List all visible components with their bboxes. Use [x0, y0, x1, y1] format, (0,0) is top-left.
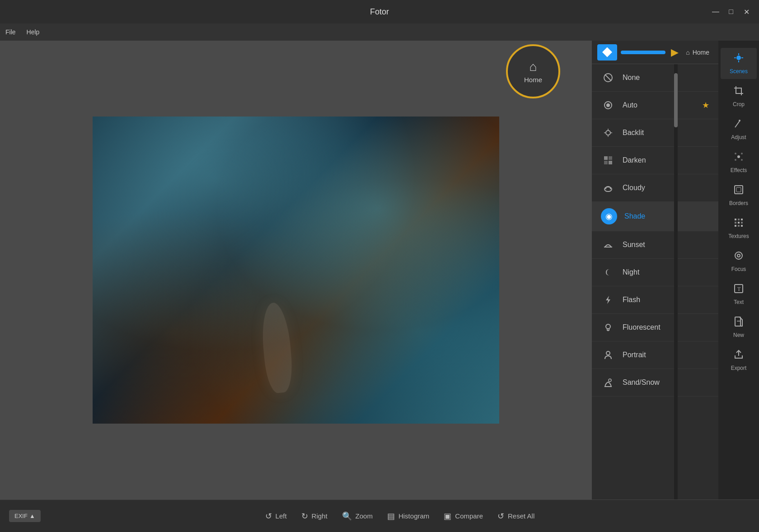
scene-item-cloudy[interactable]: Cloudy [592, 174, 718, 202]
home-overlay-icon: ⌂ [529, 60, 537, 74]
home-panel-label: Home [693, 49, 709, 56]
bottom-tool-icon-right: ↻ [301, 511, 308, 521]
tool-item-export[interactable]: Export [721, 345, 757, 376]
scene-item-none[interactable]: None [592, 64, 718, 92]
svg-rect-35 [736, 187, 741, 192]
tool-label-textures: Textures [728, 233, 749, 239]
tool-item-adjust[interactable]: Adjust [721, 114, 757, 145]
tool-icon-borders [733, 184, 744, 198]
home-overlay-button[interactable]: ⌂ Home [506, 44, 560, 98]
svg-rect-44 [741, 225, 743, 227]
tool-item-new[interactable]: New [721, 312, 757, 343]
bottom-tool-right[interactable]: ↻ Right [301, 511, 328, 521]
scene-item-sunset[interactable]: Sunset [592, 231, 718, 259]
scene-label-sunset: Sunset [623, 241, 645, 249]
svg-rect-42 [735, 225, 736, 227]
svg-point-28 [739, 120, 740, 121]
diamond-nav-button[interactable] [597, 44, 617, 61]
tool-icon-text: T [733, 283, 744, 297]
svg-rect-40 [738, 222, 740, 224]
scene-label-flash: Flash [623, 296, 640, 304]
right-panel: ⌂ Home ▶ ⌂ Home None Auto ★ B [592, 41, 718, 499]
minimize-button[interactable]: — [710, 6, 721, 17]
exif-arrow-icon: ▲ [29, 513, 35, 519]
scene-item-shade[interactable]: ◉ Shade [592, 202, 718, 231]
bottom-tool-icon-left: ↺ [265, 511, 272, 521]
tool-label-focus: Focus [731, 266, 746, 272]
tool-item-borders[interactable]: Borders [721, 180, 757, 211]
svg-point-31 [741, 153, 743, 154]
tool-icon-adjust [733, 118, 744, 132]
cave-photo [93, 117, 499, 424]
svg-point-45 [735, 252, 742, 259]
scene-icon-darken [601, 153, 615, 168]
bottom-tool-left[interactable]: ↺ Left [265, 511, 287, 521]
tool-item-text[interactable]: T Text [721, 279, 757, 310]
bottom-tool-label-left: Left [276, 512, 287, 520]
svg-rect-12 [609, 161, 612, 164]
tool-icon-effects [733, 151, 744, 165]
bottom-tool-compare[interactable]: ▣ Compare [444, 511, 483, 521]
scene-label-auto: Auto [623, 101, 637, 109]
svg-rect-38 [741, 219, 743, 220]
bottom-tool-icon-reset: ↺ [497, 511, 504, 521]
scene-label-fluorescent: Fluorescent [623, 323, 661, 331]
menu-file[interactable]: File [5, 28, 16, 36]
bottom-tool-label-histogram: Histogram [398, 512, 429, 520]
tool-item-effects[interactable]: Effects [721, 147, 757, 178]
bottom-tool-label-reset: Reset All [508, 512, 534, 520]
scene-icon-sandsnow [601, 375, 615, 390]
scene-item-sandsnow[interactable]: Sand/Snow [592, 369, 718, 397]
svg-rect-43 [738, 225, 740, 227]
scene-icon-night [601, 265, 615, 280]
close-button[interactable]: ✕ [741, 6, 752, 17]
bottom-tools: ↺ Left ↻ Right 🔍 Zoom ▤ Histogram ▣ Comp… [50, 511, 750, 521]
exif-button[interactable]: EXIF ▲ [9, 510, 41, 522]
svg-point-20 [606, 351, 610, 355]
scene-label-shade: Shade [624, 212, 645, 220]
svg-point-32 [735, 159, 736, 161]
scene-item-backlit[interactable]: Backlit [592, 119, 718, 147]
scene-label-portrait: Portrait [623, 351, 646, 359]
scene-item-night[interactable]: Night [592, 259, 718, 286]
maximize-button[interactable]: □ [726, 6, 736, 17]
title-bar: Fotor — □ ✕ [0, 0, 759, 23]
scroll-indicator [674, 64, 678, 499]
tool-label-effects: Effects [731, 167, 747, 173]
gold-badge: ★ [702, 100, 709, 110]
tool-label-new: New [733, 332, 744, 338]
svg-rect-10 [609, 156, 612, 160]
canvas-area [0, 41, 592, 499]
bottom-tool-zoom[interactable]: 🔍 Zoom [342, 511, 373, 521]
tool-item-crop[interactable]: Crop [721, 81, 757, 112]
svg-rect-11 [604, 161, 608, 164]
scroll-thumb [674, 73, 678, 127]
scene-label-darken: Darken [623, 156, 646, 164]
scene-item-portrait[interactable]: Portrait [592, 341, 718, 369]
bottom-tool-label-right: Right [312, 512, 328, 520]
svg-text:T: T [737, 286, 741, 292]
scene-item-flash[interactable]: Flash [592, 286, 718, 314]
scene-item-darken[interactable]: Darken [592, 147, 718, 174]
home-panel-button[interactable]: ⌂ Home [682, 47, 713, 58]
tool-label-text: Text [734, 299, 744, 305]
svg-rect-34 [735, 186, 743, 194]
menu-help[interactable]: Help [27, 28, 40, 36]
tool-item-scenes[interactable]: Scenes [721, 48, 757, 79]
bottom-tool-histogram[interactable]: ▤ Histogram [387, 511, 429, 521]
scene-icon-portrait [601, 348, 615, 362]
tool-item-textures[interactable]: Textures [721, 213, 757, 244]
scene-icon-flash [601, 293, 615, 307]
tool-label-borders: Borders [729, 200, 748, 206]
tool-item-focus[interactable]: Focus [721, 246, 757, 277]
panel-top-nav: ▶ ⌂ Home [592, 41, 718, 64]
tool-label-export: Export [731, 365, 747, 371]
scenes-list[interactable]: None Auto ★ Backlit Darken Cloudy ◉ Shad… [592, 64, 718, 499]
scene-icon-cloudy [601, 181, 615, 195]
scene-item-auto[interactable]: Auto ★ [592, 92, 718, 119]
scene-item-fluorescent[interactable]: Fluorescent [592, 314, 718, 341]
svg-point-3 [606, 103, 610, 107]
bottom-tool-reset[interactable]: ↺ Reset All [497, 511, 534, 521]
tool-label-adjust: Adjust [731, 134, 746, 140]
scene-label-backlit: Backlit [623, 129, 644, 137]
